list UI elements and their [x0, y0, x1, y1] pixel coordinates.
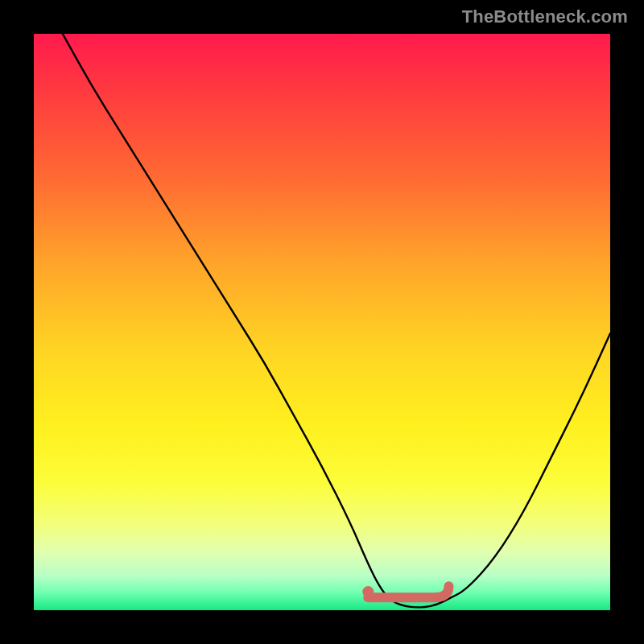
chart-svg: [34, 34, 610, 610]
chart-frame: TheBottleneck.com: [0, 0, 644, 644]
optimal-point-marker: [362, 586, 374, 597]
plot-area: [34, 34, 610, 610]
bottleneck-curve: [63, 34, 610, 607]
watermark-text: TheBottleneck.com: [462, 6, 628, 27]
